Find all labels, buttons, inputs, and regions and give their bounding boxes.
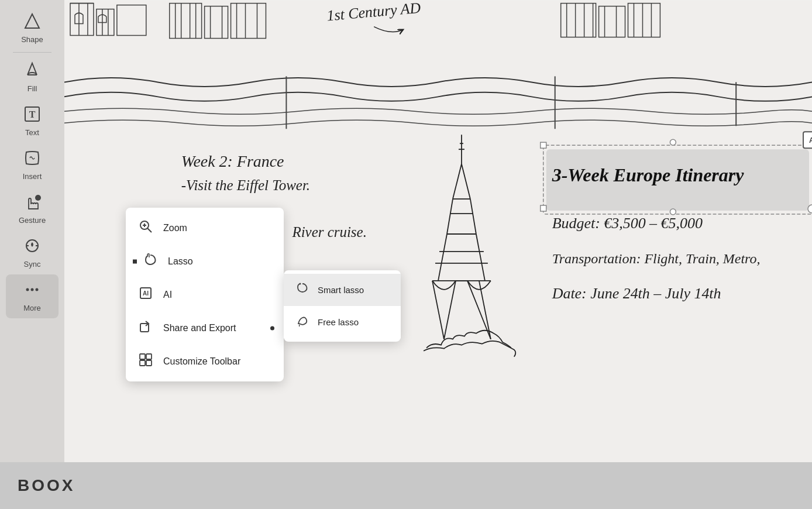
device-frame: 1st Century AD Week 2: France -Visit the… <box>0 0 812 509</box>
sync-label: Sync <box>24 260 41 269</box>
svg-line-82 <box>147 228 152 232</box>
menu-item-share[interactable]: Share and Export <box>126 311 284 345</box>
menu-item-lasso[interactable]: Lasso Smart lasso <box>126 245 284 278</box>
svg-marker-72 <box>25 14 39 28</box>
svg-text:River cruise.: River cruise. <box>291 224 367 240</box>
insert-icon <box>23 149 42 170</box>
svg-text:Budget: €3,500 – €5,000: Budget: €3,500 – €5,000 <box>552 215 703 232</box>
smart-lasso-icon <box>295 282 309 298</box>
share-icon <box>137 319 154 336</box>
gesture-icon <box>23 192 42 214</box>
svg-rect-60 <box>541 142 546 148</box>
svg-point-79 <box>31 288 34 291</box>
more-icon <box>23 280 42 302</box>
insert-label: Insert <box>23 172 42 181</box>
lasso-dot <box>133 259 137 263</box>
submenu-item-smart-lasso[interactable]: Smart lasso <box>284 274 401 306</box>
shape-label: Shape <box>21 35 43 44</box>
toolbar-item-sync[interactable]: Sync <box>6 231 59 274</box>
smart-lasso-label: Smart lasso <box>318 285 364 295</box>
text-icon: T <box>23 105 42 126</box>
dropdown-menu: Zoom Lasso <box>126 208 284 381</box>
svg-rect-90 <box>140 354 145 359</box>
svg-rect-91 <box>146 354 152 359</box>
svg-rect-92 <box>140 360 145 366</box>
svg-text:3-Week Europe Itinerary: 3-Week Europe Itinerary <box>552 165 744 185</box>
gesture-label: Gesture <box>19 216 46 225</box>
menu-item-ai[interactable]: AI AI <box>126 278 284 311</box>
zoom-label: Zoom <box>163 223 187 233</box>
toolbar-item-text[interactable]: T Text <box>6 99 59 143</box>
bottom-bar: BOOX <box>0 462 812 509</box>
submenu-item-free-lasso[interactable]: Free lasso <box>284 306 401 338</box>
toolbar-item-gesture[interactable]: Gesture <box>6 187 59 231</box>
text-label: Text <box>25 128 39 137</box>
zoom-icon <box>137 219 154 236</box>
menu-item-customize[interactable]: Customize Toolbar <box>126 345 284 378</box>
svg-point-64 <box>670 139 676 145</box>
ai-menu-icon: AI <box>137 286 154 303</box>
ai-label: AI <box>163 290 172 300</box>
svg-text:Date: June 24th – July 14th: Date: June 24th – July 14th <box>552 285 721 302</box>
customize-icon <box>137 353 154 370</box>
menu-item-zoom[interactable]: Zoom <box>126 211 284 245</box>
share-label: Share and Export <box>163 323 236 333</box>
svg-text:T: T <box>29 109 36 119</box>
boox-logo: BOOX <box>18 476 75 495</box>
toolbar-divider-1 <box>13 52 51 53</box>
toolbar-item-more[interactable]: More <box>6 274 59 318</box>
svg-rect-93 <box>146 360 152 366</box>
submenu: Smart lasso Free lasso <box>284 270 401 342</box>
lasso-label: Lasso <box>168 256 193 267</box>
svg-text:Week 2: France: Week 2: France <box>181 152 284 170</box>
svg-point-78 <box>26 288 29 291</box>
svg-text:AI: AI <box>809 136 812 145</box>
svg-point-63 <box>808 205 812 213</box>
svg-point-80 <box>36 288 39 291</box>
share-dot <box>270 326 274 330</box>
svg-text:Transportation: Flight, Train,: Transportation: Flight, Train, Metro, <box>552 251 761 266</box>
svg-text:AI: AI <box>143 290 149 297</box>
customize-label: Customize Toolbar <box>163 356 240 367</box>
free-lasso-label: Free lasso <box>318 317 359 327</box>
lasso-icon <box>142 253 159 270</box>
toolbar-item-insert[interactable]: Insert <box>6 143 59 187</box>
toolbar-item-shape[interactable]: Shape <box>6 6 59 50</box>
sync-icon <box>23 236 42 258</box>
svg-point-76 <box>35 195 41 201</box>
fill-icon <box>23 61 42 82</box>
free-lasso-icon <box>295 314 309 330</box>
fill-label: Fill <box>27 84 37 93</box>
svg-rect-62 <box>541 205 546 211</box>
shape-icon <box>23 12 42 33</box>
svg-point-65 <box>670 209 676 215</box>
more-label: More <box>23 304 41 312</box>
toolbar: Shape Fill T Text <box>0 0 64 462</box>
toolbar-item-fill[interactable]: Fill <box>6 55 59 99</box>
svg-text:-Visit the Eiffel Tower.: -Visit the Eiffel Tower. <box>181 177 310 193</box>
svg-point-85 <box>300 283 301 285</box>
